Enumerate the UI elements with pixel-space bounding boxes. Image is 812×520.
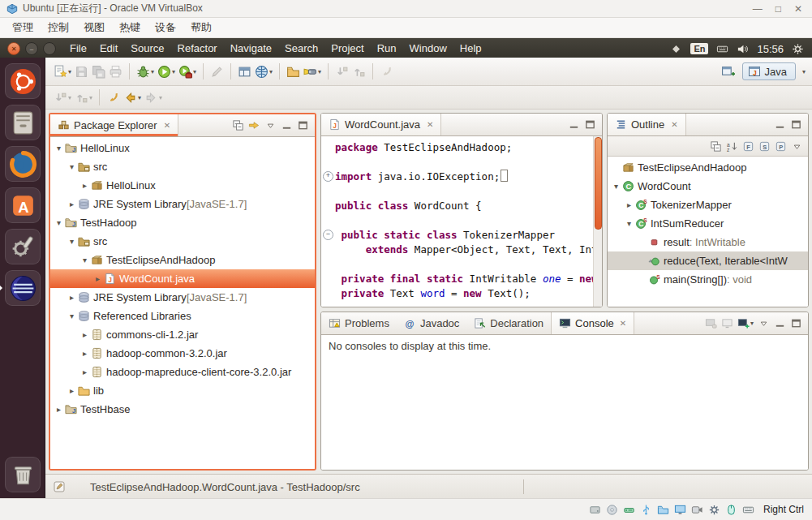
tab-declaration[interactable]: Declaration xyxy=(466,312,551,334)
dropdown-arrow-icon[interactable]: ▾ xyxy=(269,68,273,75)
outline-item-reduce-text-iterable-intw[interactable]: reduce(Text, Iterable<IntW xyxy=(608,251,808,270)
minimize-button[interactable] xyxy=(279,117,294,135)
tab-console[interactable]: Console✕ xyxy=(551,312,634,334)
next-annotation-button[interactable]: ▾ xyxy=(52,87,73,108)
perspective-menu-chevron-icon[interactable]: ▾ xyxy=(802,68,806,75)
code-line[interactable]: package TestEclipseAndHadoop; xyxy=(321,140,594,154)
network-status-icon[interactable] xyxy=(623,504,635,516)
tree-item-testeclipseandhadoop[interactable]: ▾TestEclipseAndHadoop xyxy=(50,251,315,269)
unity-maximize-button[interactable] xyxy=(43,42,56,55)
clear-console-button[interactable] xyxy=(703,315,719,333)
dropdown-arrow-icon[interactable]: ▾ xyxy=(750,320,754,327)
collapsed-arrow-icon[interactable]: ▸ xyxy=(79,181,90,190)
window-close-button[interactable]: ✕ xyxy=(794,3,802,15)
eclipse-menu-window[interactable]: Window xyxy=(403,38,453,59)
code-editor[interactable]: package TestEclipseAndHadoop;+import jav… xyxy=(321,136,602,307)
display-status-icon[interactable] xyxy=(674,504,686,516)
eclipse-menu-navigate[interactable]: Navigate xyxy=(224,38,278,59)
collapsed-arrow-icon[interactable]: ▸ xyxy=(67,293,77,302)
outline-tab[interactable]: Outline ✕ xyxy=(608,114,686,135)
prev-annotation-button[interactable] xyxy=(350,61,367,82)
eclipse-menu-source[interactable]: Source xyxy=(124,38,170,59)
tree-item-wordcount-java[interactable]: ▸JWordCount.java xyxy=(50,269,315,288)
close-tab-icon[interactable]: ✕ xyxy=(620,319,626,328)
tab-javadoc[interactable]: @Javadoc xyxy=(397,312,466,334)
eclipse-menu-edit[interactable]: Edit xyxy=(93,38,124,59)
hide-fields-button[interactable]: F xyxy=(741,135,756,157)
minimize-button[interactable] xyxy=(772,315,788,333)
vbox-menu-machine[interactable]: 管理 xyxy=(5,18,41,37)
maximize-button[interactable] xyxy=(788,315,804,333)
tree-item-commons-cli-1-2-jar[interactable]: ▸commons-cli-1.2.jar xyxy=(50,325,315,344)
new-java-project-button[interactable] xyxy=(236,61,253,82)
open-browser-button[interactable]: ▾ xyxy=(253,61,274,82)
code-line[interactable] xyxy=(321,183,594,198)
console-body[interactable]: No consoles to display at this time. xyxy=(321,335,808,470)
close-view-icon[interactable]: ✕ xyxy=(164,121,170,130)
clock[interactable]: 15:56 xyxy=(757,43,784,55)
expanded-arrow-icon[interactable]: ▾ xyxy=(611,182,621,191)
save-button[interactable] xyxy=(73,61,90,82)
outline-item-intsumreducer[interactable]: ▾CSIntSumReducer xyxy=(608,214,808,233)
back-button[interactable]: ▾ xyxy=(122,87,143,108)
volume-icon[interactable] xyxy=(737,43,749,55)
expanded-arrow-icon[interactable]: ▾ xyxy=(624,219,634,228)
tree-item-testhadoop[interactable]: ▾JTestHadoop xyxy=(50,213,315,232)
vbox-menu-control[interactable]: 控制 xyxy=(41,18,76,37)
fold-gutter[interactable]: + xyxy=(321,171,335,182)
collapsed-arrow-icon[interactable]: ▸ xyxy=(79,367,90,376)
expanded-arrow-icon[interactable]: ▾ xyxy=(54,144,64,153)
folder-import-button[interactable] xyxy=(285,61,302,82)
vbox-menu-hotkeys[interactable]: 热键 xyxy=(112,18,148,37)
eclipse-menu-search[interactable]: Search xyxy=(278,38,324,59)
launcher-settings[interactable] xyxy=(5,229,41,264)
code-line[interactable] xyxy=(321,213,594,227)
eclipse-menu-run[interactable]: Run xyxy=(371,38,403,59)
collapsed-arrow-icon[interactable]: ▸ xyxy=(54,405,64,414)
keyboard-status-icon[interactable] xyxy=(742,504,754,516)
launcher-ubuntu[interactable] xyxy=(5,63,41,99)
outline-item-wordcount[interactable]: ▾CWordCount xyxy=(608,177,808,196)
outline-item-result[interactable]: result : IntWritable xyxy=(608,233,808,251)
external-tools-button[interactable]: ▾ xyxy=(177,61,198,82)
next-annotation-button[interactable] xyxy=(333,61,350,82)
eclipse-menu-refactor[interactable]: Refactor xyxy=(171,38,224,59)
debug-button[interactable]: ▾ xyxy=(135,61,156,82)
expanded-arrow-icon[interactable]: ▾ xyxy=(54,218,64,227)
expanded-arrow-icon[interactable]: ▾ xyxy=(67,162,77,171)
editor-tab-wordcount[interactable]: J WordCount.java ✕ xyxy=(321,114,441,135)
expanded-arrow-icon[interactable]: ▾ xyxy=(67,312,77,320)
unity-minimize-button[interactable]: – xyxy=(25,42,38,55)
launcher-eclipse[interactable] xyxy=(5,270,41,306)
tree-item-lib[interactable]: ▸lib xyxy=(50,381,315,400)
vbox-menu-view[interactable]: 视图 xyxy=(76,18,112,37)
forward-button[interactable]: ▾ xyxy=(143,87,164,108)
usb-status-icon[interactable] xyxy=(640,504,652,516)
collapsed-arrow-icon[interactable]: ▸ xyxy=(67,386,77,395)
tree-item-hadoop-common-3-2-0-jar[interactable]: ▸hadoop-common-3.2.0.jar xyxy=(50,344,315,363)
dropdown-arrow-icon[interactable]: ▾ xyxy=(138,94,141,101)
workspace-indicator-icon[interactable] xyxy=(670,43,682,55)
open-perspective-button[interactable] xyxy=(720,61,737,82)
recording-status-icon[interactable] xyxy=(691,504,703,516)
collapse-all-button[interactable] xyxy=(708,135,724,157)
code-line[interactable] xyxy=(321,154,594,169)
keyboard-indicator-icon[interactable] xyxy=(716,43,728,55)
eclipse-menu-project[interactable]: Project xyxy=(324,38,370,59)
launcher-files[interactable] xyxy=(5,105,41,140)
maximize-button[interactable] xyxy=(788,116,804,134)
dropdown-arrow-icon[interactable]: ▾ xyxy=(89,94,92,101)
minimize-button[interactable] xyxy=(566,116,582,134)
vbox-menu-devices[interactable]: 设备 xyxy=(148,18,183,37)
tree-item-hellolinux[interactable]: ▸HelloLinux xyxy=(50,176,315,195)
trim-configure-icon[interactable] xyxy=(53,480,66,493)
dropdown-arrow-icon[interactable]: ▾ xyxy=(172,68,175,75)
minimize-button[interactable] xyxy=(772,116,788,134)
optical-drive-status-icon[interactable] xyxy=(606,504,618,516)
collapsed-arrow-icon[interactable]: ▸ xyxy=(67,200,77,208)
scrollbar-thumb[interactable] xyxy=(595,137,602,230)
outline-item-testeclipseandhadoop[interactable]: TestEclipseAndHadoop xyxy=(608,158,808,177)
link-with-editor-button[interactable] xyxy=(247,117,262,135)
launcher-trash[interactable] xyxy=(5,457,41,492)
dropdown-arrow-icon[interactable]: ▾ xyxy=(151,68,154,75)
